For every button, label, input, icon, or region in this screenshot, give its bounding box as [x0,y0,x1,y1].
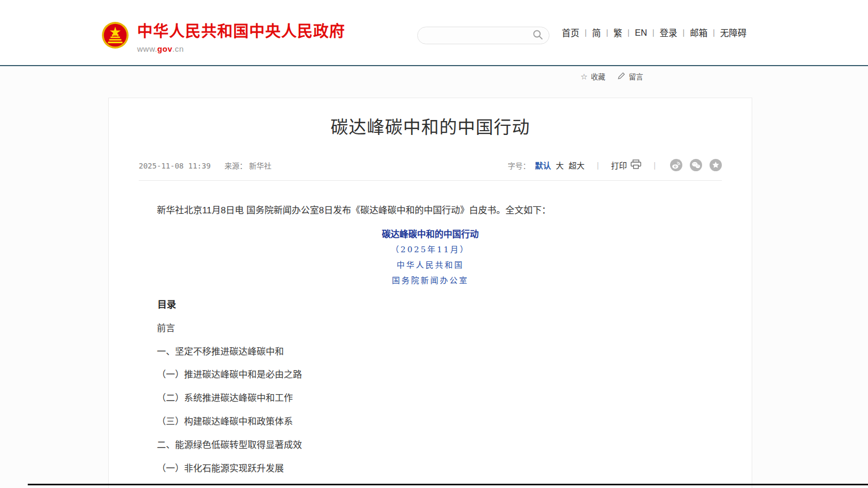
article-meta-left: 2025-11-08 11:39 来源： 新华社 [139,160,272,171]
print-label: 打印 [611,159,627,171]
site-header: 中华人民共和国中央人民政府 www.gov.cn 首页 | 简 | 繁 | EN… [0,0,868,65]
share-icons [670,159,722,171]
article-toolbar: 字号： 默认 大 超大 | 打印 | [508,159,722,171]
source-value: 新华社 [249,162,272,170]
publish-date: 2025-11-08 11:39 [139,162,211,170]
favorite-label: 收藏 [591,71,605,82]
favorite-button[interactable]: ☆ 收藏 [580,71,605,82]
search-input[interactable] [418,27,531,44]
star-share-button[interactable] [710,159,722,171]
site-url-suffix: .cn [172,44,184,53]
toc-item: （一）推进碳达峰碳中和是必由之路 [139,370,722,380]
article-container: 碳达峰碳中和的中国行动 2025-11-08 11:39 来源： 新华社 字号：… [108,98,752,488]
toc-item: 前言 [139,324,722,333]
search-icon [532,29,543,42]
source-label: 来源： [225,162,247,170]
site-url: www.gov.cn [137,44,345,53]
whitepaper-date: （2025年11月） [139,246,722,254]
main-content: ☆ 收藏 留言 碳达峰碳中和的中国行动 2025-11-08 11:39 来源：… [0,66,868,488]
meta-divider-line [139,180,722,181]
nav-simplified[interactable]: 简 [587,26,607,39]
whitepaper-org-line1: 中华人民共和国 [139,261,722,270]
site-url-gov: gov [157,44,172,53]
pencil-icon [618,72,625,81]
wechat-share-button[interactable] [690,159,702,171]
font-size-default-button[interactable]: 默认 [535,159,551,171]
nav-mail[interactable]: 邮箱 [684,26,713,39]
brand-text: 中华人民共和国中央人民政府 www.gov.cn [137,21,345,53]
toc-item: 一、坚定不移推进碳达峰碳中和 [139,347,722,357]
national-emblem-icon [101,21,129,49]
font-size-label: 字号： [508,160,530,171]
site-title: 中华人民共和国中央人民政府 [137,23,345,41]
font-size-large-button[interactable]: 大 [556,159,564,171]
whitepaper-org-line2: 国务院新闻办公室 [139,277,722,285]
article-title: 碳达峰碳中和的中国行动 [139,117,722,138]
nav-home[interactable]: 首页 [556,26,585,39]
star-outline-icon: ☆ [580,73,587,81]
top-nav: 首页 | 简 | 繁 | EN | 登录 | 邮箱 | 无障碍 [556,0,752,65]
article-body: 新华社北京11月8日电 国务院新闻办公室8日发布《碳达峰碳中和的中国行动》白皮书… [139,206,722,474]
bottom-border-line [28,484,868,485]
print-button[interactable]: 打印 [611,159,641,171]
nav-login[interactable]: 登录 [654,26,682,39]
toc-item: （二）系统推进碳达峰碳中和工作 [139,394,722,403]
weibo-share-button[interactable] [670,159,682,171]
intro-paragraph: 新华社北京11月8日电 国务院新闻办公室8日发布《碳达峰碳中和的中国行动》白皮书… [139,206,722,215]
toolbar-separator: | [590,161,607,170]
search-button[interactable] [531,27,549,44]
nav-traditional[interactable]: 繁 [608,26,628,39]
toc-item: （一）非化石能源实现跃升发展 [139,464,722,474]
whitepaper-title: 碳达峰碳中和的中国行动 [139,230,722,239]
toc-heading: 目录 [139,300,722,309]
article-meta-row: 2025-11-08 11:39 来源： 新华社 字号： 默认 大 超大 | 打… [139,159,722,172]
printer-icon [631,159,641,171]
comment-label: 留言 [628,71,643,82]
comment-button[interactable]: 留言 [618,71,643,82]
font-size-xlarge-button[interactable]: 超大 [569,159,585,171]
nav-english[interactable]: EN [630,28,652,38]
toc-item: 二、能源绿色低碳转型取得显著成效 [139,441,722,450]
site-url-prefix: www. [137,44,157,53]
search-box [417,27,550,44]
page-actions: ☆ 收藏 留言 [580,71,643,82]
site-logo-link[interactable]: 中华人民共和国中央人民政府 www.gov.cn [101,21,345,53]
toc-item: （三）构建碳达峰碳中和政策体系 [139,417,722,427]
toolbar-separator: | [646,161,663,170]
nav-accessibility[interactable]: 无障碍 [715,26,752,39]
article-source: 来源： 新华社 [225,160,272,171]
